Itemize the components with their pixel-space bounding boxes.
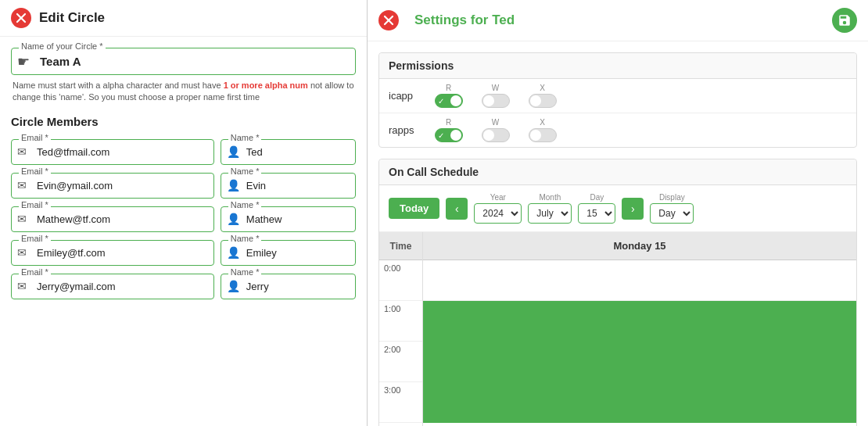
person-icon-1: 👤 [227, 179, 240, 192]
table-row: Email * ✉ Name * 👤 [11, 139, 356, 165]
right-close-button[interactable] [378, 10, 399, 30]
warning-text: Name must start with a alpha character a… [11, 80, 356, 104]
email-group-1: Email * ✉ [11, 173, 214, 199]
day-header: Monday 15 [423, 232, 856, 260]
event-block-2 [423, 342, 856, 382]
right-header-left: Settings for Ted [378, 10, 515, 30]
perm-toggle-x-rapps[interactable] [529, 128, 557, 142]
time-cell-2: 2:00 [379, 342, 422, 382]
name-group-0: Name * 👤 [221, 139, 356, 165]
email-icon-1: ✉ [17, 179, 27, 192]
perm-toggle-w-rapps[interactable] [482, 128, 510, 142]
settings-title-prefix: Settings for [414, 13, 492, 27]
year-label: Year [490, 193, 506, 202]
next-nav-button[interactable]: › [622, 198, 644, 220]
name-input-0[interactable] [221, 139, 356, 165]
name-group-4: Name * 👤 [221, 274, 356, 299]
perm-col-x-rapps: X [527, 118, 558, 142]
name-label-3: Name * [228, 234, 262, 243]
name-input-4[interactable] [221, 274, 356, 299]
today-button[interactable]: Today [389, 198, 439, 219]
prev-nav-button[interactable]: ‹ [446, 198, 468, 220]
table-row: Email * ✉ Name * 👤 [11, 206, 356, 232]
perm-cols-rapps: R ✓ W X [433, 118, 847, 142]
left-panel-title: Edit Circle [39, 10, 105, 26]
display-select[interactable]: Day [650, 203, 694, 224]
event-cell-2 [423, 342, 856, 382]
perm-toggle-r-icapp[interactable]: ✓ [435, 94, 463, 108]
day-select[interactable]: 15 [578, 203, 615, 224]
email-group-2: Email * ✉ [11, 206, 214, 232]
right-panel-header: Settings for Ted [368, 0, 868, 41]
perm-toggle-r-rapps[interactable]: ✓ [435, 128, 463, 142]
name-input-1[interactable] [221, 173, 356, 199]
email-group-0: Email * ✉ [11, 139, 214, 165]
perm-cols-icapp: R ✓ W X [433, 84, 847, 108]
right-panel-body: Permissions icapp R ✓ [368, 41, 868, 426]
year-select[interactable]: 2024 [474, 203, 522, 224]
email-label-0: Email * [19, 133, 51, 142]
table-row: Email * ✉ Name * 👤 [11, 240, 356, 266]
day-select-group: Day 15 [578, 193, 615, 224]
email-icon-2: ✉ [17, 213, 27, 225]
email-label-4: Email * [19, 267, 51, 277]
left-panel-header: Edit Circle [0, 0, 367, 37]
day-label: Day [590, 193, 604, 202]
left-panel: Edit Circle Name of your Circle * ☛ Name… [0, 0, 368, 426]
name-label-1: Name * [228, 166, 262, 176]
circle-name-input[interactable] [11, 48, 356, 75]
month-select[interactable]: July [528, 203, 572, 224]
display-select-group: Display Day [650, 193, 694, 224]
perm-col-x-icapp: X [527, 84, 558, 108]
perm-toggle-w-icapp[interactable] [482, 94, 510, 108]
event-column: Monday 15 [423, 232, 856, 426]
permissions-section: Permissions icapp R ✓ [378, 52, 857, 148]
perm-app-name-rapps: rapps [389, 124, 414, 136]
left-panel-body: Name of your Circle * ☛ Name must start … [0, 37, 367, 426]
name-label-4: Name * [228, 267, 262, 277]
email-input-1[interactable] [11, 173, 214, 199]
schedule-grid: Time 0:00 1:00 2:00 3:00 4:00 Monday 15 [379, 232, 856, 426]
perm-col-w-rapps: W [480, 118, 511, 142]
email-icon-0: ✉ [17, 145, 27, 158]
table-row: Email * ✉ Name * 👤 [11, 274, 356, 299]
email-input-3[interactable] [11, 240, 214, 266]
close-button[interactable] [11, 8, 31, 28]
time-cell-1: 1:00 [379, 301, 422, 342]
email-icon-4: ✉ [17, 280, 27, 292]
name-label-0: Name * [228, 133, 262, 142]
email-group-4: Email * ✉ [11, 274, 214, 299]
email-input-4[interactable] [11, 274, 214, 299]
event-cell-0 [423, 260, 856, 301]
time-cell-3: 3:00 [379, 382, 422, 423]
email-group-3: Email * ✉ [11, 240, 214, 266]
time-header: Time [379, 232, 422, 260]
name-input-3[interactable] [221, 240, 356, 266]
event-cell-1 [423, 301, 856, 342]
event-block-3 [423, 382, 856, 423]
name-group-2: Name * 👤 [221, 206, 356, 232]
save-button[interactable] [832, 8, 857, 33]
email-label-1: Email * [19, 166, 51, 176]
month-select-group: Month July [528, 193, 572, 224]
circle-members-title: Circle Members [11, 115, 356, 128]
perm-row-icapp: icapp R ✓ W [379, 79, 856, 113]
person-icon-3: 👤 [227, 246, 240, 259]
name-label-2: Name * [228, 200, 262, 209]
time-cell-4: 4:00 [379, 423, 422, 426]
circle-name-group: Name of your Circle * ☛ [11, 48, 356, 75]
person-icon-2: 👤 [227, 213, 240, 225]
perm-toggle-x-icapp[interactable] [529, 94, 557, 108]
name-input-2[interactable] [221, 206, 356, 232]
email-input-0[interactable] [11, 139, 214, 165]
name-group-3: Name * 👤 [221, 240, 356, 266]
email-input-2[interactable] [11, 206, 214, 232]
time-cell-0: 0:00 [379, 260, 422, 301]
person-circle-icon: ☛ [17, 53, 30, 70]
table-row: Email * ✉ Name * 👤 [11, 173, 356, 199]
right-panel-title: Settings for Ted [414, 13, 515, 28]
person-icon-4: 👤 [227, 280, 240, 292]
members-list: Email * ✉ Name * 👤 Email * ✉ Name * [11, 139, 356, 299]
perm-row-rapps: rapps R ✓ W [379, 113, 856, 148]
right-panel: Settings for Ted Permissions icapp [368, 0, 868, 426]
